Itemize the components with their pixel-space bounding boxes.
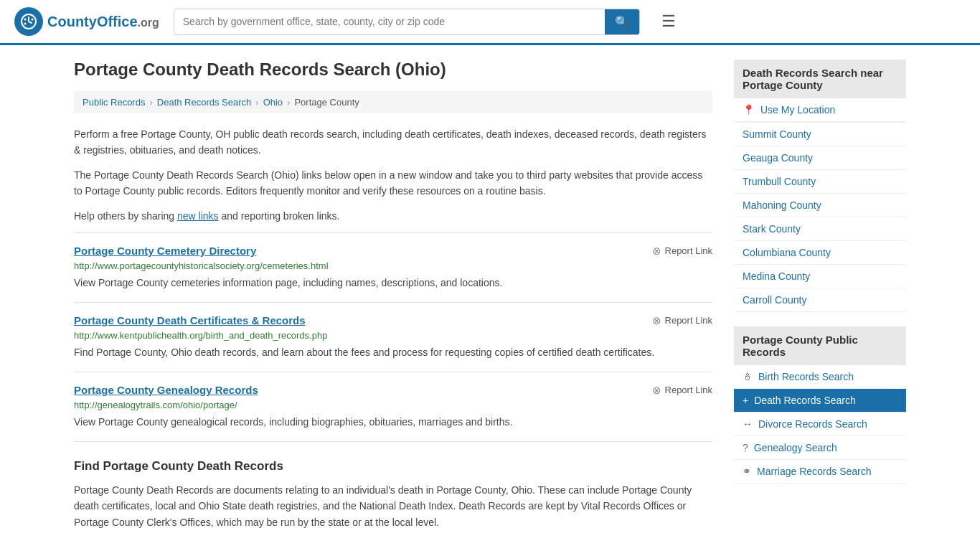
intro-para-1: Perform a free Portage County, OH public… [74,126,712,159]
public-records-item-0: 🕯 Birth Records Search [734,365,906,389]
nearby-county-link-4[interactable]: Stark County [734,217,906,240]
svg-point-3 [32,19,34,21]
public-records-item-2: ↔ Divorce Records Search [734,413,906,436]
public-records-link-0[interactable]: 🕯 Birth Records Search [734,365,906,388]
public-records-link-1[interactable]: + Death Records Search [734,389,906,412]
nearby-county-link-3[interactable]: Mahoning County [734,194,906,217]
main-content: Portage County Death Records Search (Ohi… [74,60,712,539]
public-records-heading: Portage County Public Records [734,326,906,365]
nearby-county-item-6: Medina County [734,265,906,288]
site-header: CountyOffice.org 🔍 ☰ [0,0,980,45]
public-records-item-4: ⚭ Marriage Records Search [734,460,906,484]
nearby-county-item-3: Mahoning County [734,194,906,217]
death-records-icon: + [743,395,748,406]
use-location-item: 📍 Use My Location [734,98,906,123]
nearby-county-link-1[interactable]: Geauga County [734,146,906,169]
report-link-btn-3[interactable]: ⊗ Report Link [652,384,712,397]
breadcrumb-death-records[interactable]: Death Records Search [157,97,252,108]
public-records-link-4[interactable]: ⚭ Marriage Records Search [734,460,906,483]
breadcrumb-sep-2: › [255,97,258,108]
nearby-county-link-7[interactable]: Carroll County [734,288,906,311]
birth-records-icon: 🕯 [743,371,753,382]
public-records-item-1: + Death Records Search [734,389,906,413]
breadcrumb-current: Portage County [294,97,359,108]
report-link-btn-1[interactable]: ⊗ Report Link [652,245,712,258]
breadcrumb-sep-1: › [149,97,152,108]
nearby-heading: Death Records Search near Portage County [734,60,906,98]
nearby-county-item-2: Trumbull County [734,170,906,194]
report-icon-1: ⊗ [652,245,661,258]
resource-url-3: http://genealogytrails.com/ohio/portage/ [74,400,712,410]
breadcrumb: Public Records › Death Records Search › … [74,91,712,113]
page-title: Portage County Death Records Search (Ohi… [74,60,712,80]
resource-card-1: Portage County Cemetery Directory ⊗ Repo… [74,232,712,302]
resource-card-3: Portage County Genealogy Records ⊗ Repor… [74,372,712,442]
nearby-section: Death Records Search near Portage County… [734,60,906,312]
search-icon: 🔍 [615,16,629,28]
intro-para-3: Help others by sharing new links and rep… [74,208,712,224]
public-records-link-3[interactable]: ? Genealogy Search [734,436,906,459]
svg-point-1 [24,19,27,21]
public-records-list: 🕯 Birth Records Search + Death Records S… [734,365,906,484]
nearby-county-item-4: Stark County [734,217,906,241]
report-icon-3: ⊗ [652,384,661,397]
svg-point-2 [24,23,27,25]
intro-para-2: The Portage County Death Records Search … [74,167,712,199]
breadcrumb-sep-3: › [287,97,290,108]
nearby-county-link-2[interactable]: Trumbull County [734,170,906,193]
public-records-item-3: ? Genealogy Search [734,436,906,460]
search-button[interactable]: 🔍 [605,9,639,34]
nearby-county-item-7: Carroll County [734,288,906,312]
public-records-link-2[interactable]: ↔ Divorce Records Search [734,413,906,435]
use-location-link[interactable]: 📍 Use My Location [734,98,906,122]
breadcrumb-public-records[interactable]: Public Records [83,97,145,108]
resource-list: Portage County Cemetery Directory ⊗ Repo… [74,232,712,442]
page-container: Portage County Death Records Search (Ohi… [60,45,920,551]
logo-icon [14,7,43,36]
marriage-records-icon: ⚭ [743,466,751,477]
genealogy-icon: ? [743,442,748,453]
resource-desc-1: View Portage County cemeteries informati… [74,276,712,291]
nearby-county-item-5: Columbiana County [734,241,906,265]
nearby-county-link-0[interactable]: Summit County [734,123,906,146]
logo[interactable]: CountyOffice.org [14,7,159,36]
resource-card-2: Portage County Death Certificates & Reco… [74,302,712,372]
resource-title-3[interactable]: Portage County Genealogy Records [74,384,258,396]
resource-url-1: http://www.portagecountyhistoricalsociet… [74,260,712,271]
nearby-county-link-6[interactable]: Medina County [734,265,906,288]
report-link-btn-2[interactable]: ⊗ Report Link [652,314,712,327]
resource-desc-2: Find Portage County, Ohio death records,… [74,345,712,360]
menu-button[interactable]: ☰ [661,12,676,31]
search-bar: 🔍 [174,9,640,35]
location-pin-icon: 📍 [743,104,755,116]
new-links-link[interactable]: new links [177,210,219,222]
resource-title-2[interactable]: Portage County Death Certificates & Reco… [74,314,306,326]
sidebar: Death Records Search near Portage County… [734,60,906,539]
divorce-records-icon: ↔ [743,418,753,430]
resource-url-2: http://www.kentpublichealth.org/birth_an… [74,330,712,341]
breadcrumb-ohio[interactable]: Ohio [263,97,283,108]
logo-text: CountyOffice.org [47,14,159,30]
resource-title-1[interactable]: Portage County Cemetery Directory [74,245,256,257]
nearby-county-item-1: Geauga County [734,146,906,170]
search-input[interactable] [174,10,605,33]
hamburger-icon: ☰ [661,12,676,30]
nearby-county-list: 📍 Use My Location Summit County Geauga C… [734,98,906,312]
nearby-county-item-0: Summit County [734,123,906,146]
resource-desc-3: View Portage County genealogical records… [74,415,712,430]
find-section-para: Portage County Death Records are documen… [74,482,712,530]
nearby-county-link-5[interactable]: Columbiana County [734,241,906,264]
report-icon-2: ⊗ [652,314,661,327]
find-section-heading: Find Portage County Death Records [74,459,712,474]
public-records-section: Portage County Public Records 🕯 Birth Re… [734,326,906,484]
